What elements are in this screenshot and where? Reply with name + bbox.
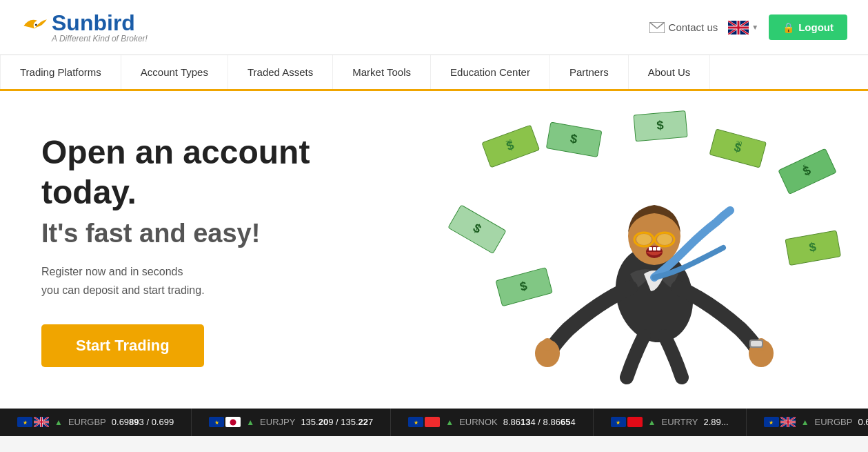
svg-rect-30 <box>649 247 652 250</box>
ticker-values-eurjpy: 135.209 / 135.227 <box>301 417 373 427</box>
header-right: Contact us ▼ 🔒 Logout <box>649 14 847 40</box>
contact-us-link[interactable]: Contact us <box>649 21 718 33</box>
no-flag-icon <box>425 417 440 427</box>
eu-flag-icon <box>17 417 32 427</box>
ticker-item-eurgbp-r: ▲ EURGBP 0.69893 / 0.699 <box>747 409 868 436</box>
arrow-up-icon4: ▲ <box>648 417 656 427</box>
ticker-values-eurtry: 2.89... <box>703 417 728 427</box>
uk-flag-small-icon <box>34 417 49 427</box>
hero-image: $ 20 $ $ $ 20 $ 5 <box>441 91 868 409</box>
svg-point-27 <box>636 234 652 245</box>
logo-text: Sunbird A Different Kind of Broker! <box>52 12 148 43</box>
ticker-flags-eurtry <box>611 417 643 427</box>
arrow-up-icon2: ▲ <box>246 417 254 427</box>
hero-section: Open an account today. It's fast and eas… <box>0 91 868 409</box>
eu-flag-icon2 <box>209 417 224 427</box>
hero-description: Register now and in seconds you can depo… <box>41 262 338 299</box>
main-nav: Trading Platforms Account Types Traded A… <box>0 55 868 91</box>
ticker-item-eurjpy: ▲ EURJPY 135.209 / 135.227 <box>192 409 391 436</box>
arrow-up-icon3: ▲ <box>445 417 454 427</box>
ticker-values-r: 0.69893 / 0.699 <box>858 417 868 427</box>
ticker-pair-label: EURGBP <box>68 417 106 427</box>
svg-rect-31 <box>653 247 656 250</box>
envelope-icon <box>649 22 665 33</box>
nav-item-education-center[interactable]: Education Center <box>431 55 550 89</box>
ticker-item-eurgbp: ▲ EURGBP 0.69893 / 0.699 <box>0 409 192 436</box>
logo-bird-icon <box>21 15 48 39</box>
logo-area: Sunbird A Different Kind of Broker! <box>21 12 148 43</box>
ticker-pair-label-eurtry: EURTRY <box>662 417 698 427</box>
nav-item-account-types[interactable]: Account Types <box>121 55 228 89</box>
ticker-flags-eurjpy <box>209 417 241 427</box>
svg-point-0 <box>35 23 37 26</box>
language-selector[interactable]: ▼ <box>728 21 758 35</box>
logout-label: Logout <box>798 21 834 33</box>
uk-flag-icon <box>728 21 749 35</box>
ticker-inner: ▲ EURGBP 0.69893 / 0.699 ▲ EURJPY 135.20… <box>0 409 868 436</box>
contact-us-label: Contact us <box>669 21 718 33</box>
nav-item-about-us[interactable]: About Us <box>629 55 711 89</box>
start-trading-button[interactable]: Start Trading <box>41 324 204 367</box>
ticker-pair-label-eurnok: EURNOK <box>459 417 498 427</box>
ticker-values: 0.69893 / 0.699 <box>112 417 174 427</box>
ticker-flags-eurgbp-r <box>764 417 796 427</box>
svg-rect-34 <box>543 338 552 351</box>
hero-subtitle: It's fast and easy! <box>41 219 338 248</box>
eu-flag-icon3 <box>408 417 423 427</box>
svg-text:$: $ <box>656 118 665 132</box>
arrow-up-icon-r: ▲ <box>801 417 809 427</box>
hero-title: Open an account today. <box>41 132 338 212</box>
logout-button[interactable]: 🔒 Logout <box>769 14 847 40</box>
tr-flag-icon <box>627 417 643 427</box>
ticker-pair-label-eurjpy: EURJPY <box>260 417 295 427</box>
ticker-pair-label-r: EURGBP <box>815 417 853 427</box>
ticker-item-eurtry: ▲ EURTRY 2.89... <box>594 409 747 436</box>
ticker-flags-eurgbp <box>17 417 49 427</box>
ticker-flags-eurnok <box>408 417 440 427</box>
logo-brand: Sunbird <box>52 12 148 34</box>
hero-desc-line1: Register now and in seconds <box>41 266 183 277</box>
dropdown-arrow-icon: ▼ <box>751 23 758 31</box>
hero-illustration: $ 20 $ $ $ 20 $ 5 <box>441 101 868 398</box>
lock-icon: 🔒 <box>783 22 794 33</box>
ticker-bar: ▲ EURGBP 0.69893 / 0.699 ▲ EURJPY 135.20… <box>0 409 868 436</box>
hero-content: Open an account today. It's fast and eas… <box>0 91 379 409</box>
header: Sunbird A Different Kind of Broker! Cont… <box>0 0 868 55</box>
svg-point-28 <box>657 234 672 245</box>
ticker-item-eurnok: ▲ EURNOK 8.86134 / 8.86654 <box>391 409 593 436</box>
eu-flag-icon4 <box>611 417 626 427</box>
hero-desc-line2: you can deposit and start trading. <box>41 284 205 296</box>
nav-item-partners[interactable]: Partners <box>550 55 629 89</box>
ticker-values-eurnok: 8.86134 / 8.86654 <box>503 417 576 427</box>
svg-rect-38 <box>751 341 762 346</box>
nav-item-market-tools[interactable]: Market Tools <box>333 55 431 89</box>
arrow-up-icon: ▲ <box>54 417 63 427</box>
eu-flag-icon-r <box>764 417 779 427</box>
uk-flag-small-icon-r <box>780 417 796 427</box>
nav-item-trading-platforms[interactable]: Trading Platforms <box>0 55 121 89</box>
logo-tagline: A Different Kind of Broker! <box>52 34 148 43</box>
svg-rect-32 <box>657 247 660 250</box>
nav-item-traded-assets[interactable]: Traded Assets <box>228 55 333 89</box>
jp-flag-icon <box>225 417 241 427</box>
